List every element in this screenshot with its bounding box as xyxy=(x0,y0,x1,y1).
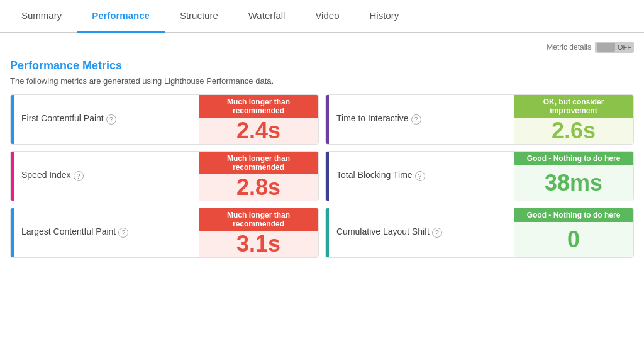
metric-name: Total Blocking Time xyxy=(336,170,413,180)
toggle-state: OFF xyxy=(618,43,631,51)
metric-name: Cumulative Layout Shift xyxy=(336,226,430,236)
metric-badge: OK, but consider improvement xyxy=(514,95,633,118)
toggle-box xyxy=(597,43,615,52)
metric-help-icon[interactable]: ? xyxy=(106,114,116,125)
metric-badge: Good - Nothing to do here xyxy=(514,152,633,165)
metric-card: Cumulative Layout Shift?Good - Nothing t… xyxy=(325,208,634,258)
metric-details-label: Metric details xyxy=(547,43,591,52)
metric-name: Time to Interactive xyxy=(336,113,409,123)
tab-performance[interactable]: Performance xyxy=(77,0,165,33)
metric-card: Speed Index?Much longer than recommended… xyxy=(10,151,319,201)
metric-value: 2.6s xyxy=(514,118,633,144)
metric-help-icon[interactable]: ? xyxy=(118,228,128,238)
metric-help-icon[interactable]: ? xyxy=(411,114,421,125)
metric-badge: Much longer than recommended xyxy=(199,152,318,174)
metric-card: Total Blocking Time?Good - Nothing to do… xyxy=(325,151,634,201)
metric-badge: Much longer than recommended xyxy=(199,208,318,231)
metric-value: 0 xyxy=(514,222,633,257)
metric-value: 2.8s xyxy=(199,174,318,201)
metrics-row-2: Largest Contentful Paint?Much longer tha… xyxy=(10,208,634,258)
metric-help-icon[interactable]: ? xyxy=(74,171,84,181)
metric-name: First Contentful Paint xyxy=(21,113,104,123)
metrics-row-1: Speed Index?Much longer than recommended… xyxy=(10,151,634,201)
tabs-container: SummaryPerformanceStructureWaterfallVide… xyxy=(0,0,644,33)
metric-value: 3.1s xyxy=(199,231,318,257)
tab-waterfall[interactable]: Waterfall xyxy=(233,0,301,33)
metrics-grid: First Contentful Paint?Much longer than … xyxy=(10,94,634,258)
metric-badge: Much longer than recommended xyxy=(199,95,318,118)
metric-value: 38ms xyxy=(514,165,633,201)
metric-help-icon[interactable]: ? xyxy=(432,228,442,238)
tab-summary[interactable]: Summary xyxy=(6,0,77,33)
metric-name: Largest Contentful Paint xyxy=(21,226,116,236)
section-subtitle: The following metrics are generated usin… xyxy=(10,76,634,86)
tab-structure[interactable]: Structure xyxy=(165,0,233,33)
section-title: Performance Metrics xyxy=(10,59,634,72)
metrics-row-0: First Contentful Paint?Much longer than … xyxy=(10,94,634,145)
metric-name: Speed Index xyxy=(21,170,71,180)
metric-card: Largest Contentful Paint?Much longer tha… xyxy=(10,208,319,258)
metric-card: Time to Interactive?OK, but consider imp… xyxy=(325,94,634,145)
metric-details-toggle[interactable]: OFF xyxy=(595,42,634,53)
metric-help-icon[interactable]: ? xyxy=(415,171,425,181)
metric-card: First Contentful Paint?Much longer than … xyxy=(10,94,319,145)
metric-value: 2.4s xyxy=(199,118,318,144)
tab-history[interactable]: History xyxy=(354,0,414,33)
tab-video[interactable]: Video xyxy=(300,0,354,33)
metric-badge: Good - Nothing to do here xyxy=(514,208,633,222)
